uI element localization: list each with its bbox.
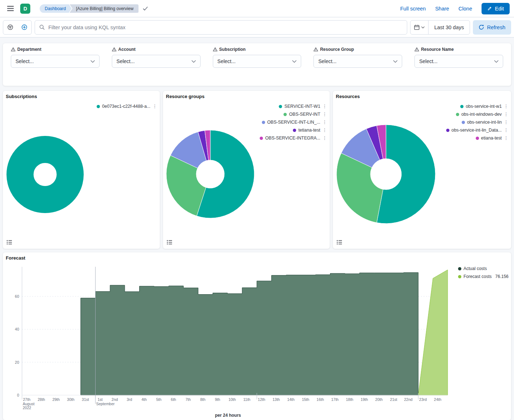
legend-item[interactable]: Forecast costs 76.156 bbox=[458, 273, 509, 280]
subscriptions-panel: Subscriptions 0e073ec1-c22f-4488-a...⋮ bbox=[3, 91, 160, 249]
legend-item: tetiana-test⋮ bbox=[260, 126, 328, 134]
svg-text:5th: 5th bbox=[156, 397, 162, 402]
x-axis-caption: per 24 hours bbox=[6, 413, 450, 418]
filter-label: Resource Name bbox=[421, 47, 454, 52]
legend-toggle-button[interactable] bbox=[165, 238, 174, 247]
svg-text:13th: 13th bbox=[273, 397, 280, 402]
full-screen-link[interactable]: Full screen bbox=[400, 6, 426, 12]
chart-legend: SERVICE-INT-W1⋮OBS-SERV-INT⋮OBS-SERVICE-… bbox=[260, 102, 328, 142]
plus-circle-icon bbox=[21, 24, 27, 30]
legend-item-menu-button[interactable]: ⋮ bbox=[321, 111, 328, 118]
svg-text:31st: 31st bbox=[82, 397, 89, 402]
saved-query-menu-button[interactable] bbox=[3, 21, 17, 34]
forecast-body: 020406027th28th29th30th31st1st2nd3rd4th5… bbox=[6, 262, 508, 418]
filter-select-account[interactable]: Select... bbox=[112, 55, 201, 68]
legend-toggle-button[interactable] bbox=[335, 238, 344, 247]
edit-button[interactable]: Edit bbox=[482, 3, 510, 14]
svg-text:2022: 2022 bbox=[23, 406, 31, 410]
legend-label: Actual costs bbox=[464, 266, 487, 271]
legend-item: etiana-test⋮ bbox=[446, 134, 510, 142]
filter-select-subscription[interactable]: Select... bbox=[213, 55, 302, 68]
legend-label[interactable]: obs-service-int-lin bbox=[467, 120, 502, 125]
legend-color-dot bbox=[97, 105, 100, 108]
legend-item: obs-service-int-lin_Data...⋮ bbox=[446, 126, 510, 134]
add-filter-button[interactable] bbox=[17, 21, 31, 34]
legend-item: obs-service-int-lin⋮ bbox=[446, 118, 510, 126]
filter-select-resource-name[interactable]: Select... bbox=[414, 55, 503, 68]
legend-item-menu-button[interactable]: ⋮ bbox=[502, 103, 510, 110]
svg-text:12th: 12th bbox=[258, 397, 265, 402]
legend-label[interactable]: SERVICE-INT-W1 bbox=[284, 104, 320, 109]
svg-text:29th: 29th bbox=[52, 397, 60, 402]
svg-text:15th: 15th bbox=[302, 397, 309, 402]
breadcrumb-current-page[interactable]: [Azure Billing] Billing overview bbox=[70, 4, 139, 13]
legend-item-menu-button[interactable]: ⋮ bbox=[502, 127, 510, 133]
edit-button-label: Edit bbox=[495, 6, 504, 12]
legend-label[interactable]: OBS-SERVICE-INTEGRA... bbox=[265, 136, 320, 141]
legend-item-menu-button[interactable]: ⋮ bbox=[502, 111, 510, 118]
legend-item-menu-button[interactable]: ⋮ bbox=[321, 135, 328, 141]
svg-text:16th: 16th bbox=[317, 397, 324, 402]
svg-text:September: September bbox=[96, 402, 115, 406]
chevron-down-icon bbox=[292, 60, 296, 63]
legend-color-dot bbox=[446, 129, 449, 132]
warning-icon bbox=[112, 47, 117, 52]
share-link[interactable]: Share bbox=[435, 6, 449, 12]
filter-label: Account bbox=[118, 47, 136, 52]
legend-item-menu-button[interactable]: ⋮ bbox=[151, 103, 158, 110]
svg-text:23rd: 23rd bbox=[419, 397, 427, 402]
space-avatar[interactable]: D bbox=[20, 4, 30, 14]
svg-text:11th: 11th bbox=[243, 397, 251, 402]
svg-text:3rd: 3rd bbox=[127, 397, 132, 402]
select-placeholder: Select... bbox=[419, 58, 438, 64]
charts-row: Subscriptions 0e073ec1-c22f-4488-a...⋮ R… bbox=[3, 91, 511, 249]
legend-item-menu-button[interactable]: ⋮ bbox=[321, 127, 328, 133]
legend-label[interactable]: OBS-SERVICE-INT-LIN_... bbox=[267, 120, 320, 125]
legend-label[interactable]: tetiana-test bbox=[298, 128, 320, 133]
refresh-icon bbox=[479, 25, 484, 30]
filter-resource-name: Resource NameSelect... bbox=[414, 47, 503, 68]
legend-color-dot bbox=[262, 121, 265, 124]
legend-label[interactable]: obs-service-int-lin_Data... bbox=[452, 128, 502, 133]
legend-list-icon bbox=[167, 240, 172, 245]
query-toolbar: Last 30 days Refresh bbox=[0, 17, 514, 37]
legend-label[interactable]: etiana-test bbox=[481, 136, 502, 141]
legend-color-dot bbox=[458, 267, 461, 270]
legend-item: 0e073ec1-c22f-4488-a...⋮ bbox=[97, 102, 158, 110]
legend-toggle-button[interactable] bbox=[5, 238, 14, 247]
time-range-button[interactable]: Last 30 days bbox=[429, 21, 470, 34]
legend-item[interactable]: Actual costs bbox=[458, 265, 509, 273]
legend-color-dot bbox=[260, 137, 263, 140]
svg-text:14th: 14th bbox=[287, 397, 295, 402]
menu-button[interactable] bbox=[4, 3, 17, 15]
legend-label[interactable]: obs-int-windows-dev bbox=[461, 112, 502, 117]
warning-icon bbox=[213, 47, 218, 52]
filter-account: AccountSelect... bbox=[112, 47, 201, 68]
legend-label[interactable]: 0e073ec1-c22f-4488-a... bbox=[102, 104, 150, 109]
filter-circle-icon bbox=[7, 24, 13, 30]
filter-select-resource-group[interactable]: Select... bbox=[313, 55, 402, 68]
legend-item-menu-button[interactable]: ⋮ bbox=[321, 103, 328, 110]
legend-label[interactable]: OBS-SERV-INT bbox=[289, 112, 320, 117]
refresh-button[interactable]: Refresh bbox=[473, 20, 511, 35]
legend-item-menu-button[interactable]: ⋮ bbox=[502, 119, 510, 125]
legend-color-dot bbox=[293, 129, 296, 132]
pencil-icon bbox=[487, 6, 492, 11]
kql-input[interactable] bbox=[48, 24, 403, 31]
legend-item-menu-button[interactable]: ⋮ bbox=[502, 135, 510, 141]
date-picker-calendar-button[interactable] bbox=[410, 21, 429, 34]
clone-link[interactable]: Clone bbox=[458, 6, 472, 12]
filter-resource-group: Resource GroupSelect... bbox=[313, 47, 402, 68]
filter-select-department[interactable]: Select... bbox=[11, 55, 100, 68]
legend-label[interactable]: obs-service-int-w1 bbox=[466, 104, 502, 109]
resources-panel: Resources obs-service-int-w1⋮obs-int-win… bbox=[333, 91, 511, 249]
forecast-legend: Actual costs Forecast costs 76.156 bbox=[458, 265, 509, 418]
donut-slice[interactable] bbox=[20, 150, 70, 200]
breadcrumb-dashboard[interactable]: Dashboard bbox=[40, 4, 72, 13]
legend-item-menu-button[interactable]: ⋮ bbox=[321, 119, 328, 125]
svg-text:1st: 1st bbox=[97, 397, 102, 402]
donut-slice[interactable] bbox=[337, 153, 383, 223]
svg-text:10th: 10th bbox=[228, 397, 236, 402]
saved-check-icon bbox=[143, 6, 148, 11]
legend-color-dot bbox=[458, 275, 461, 278]
